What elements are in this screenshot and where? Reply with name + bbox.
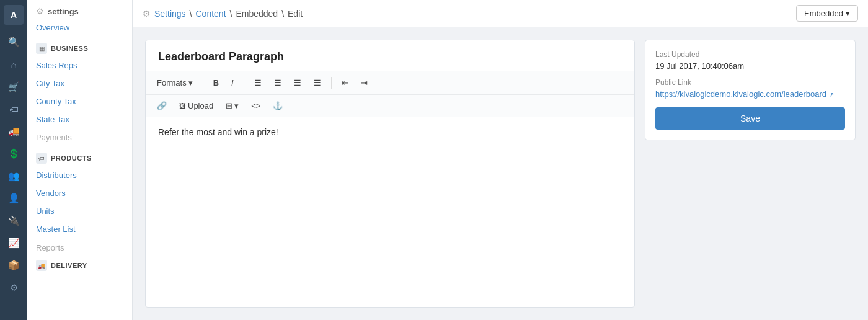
image-icon: 🖼 <box>179 102 186 110</box>
orders-nav-icon[interactable]: 🛒 <box>2 77 25 97</box>
sidebar-item-overview[interactable]: Overview <box>27 19 132 37</box>
users-nav-icon[interactable]: 👤 <box>2 189 25 208</box>
breadcrumb-content-link[interactable]: Content <box>195 9 226 19</box>
embedded-dropdown-button[interactable]: Embedded ▾ <box>796 5 858 22</box>
sidebar-item-master-list[interactable]: Master List <box>27 220 132 238</box>
products-section-header: 🏷 PRODUCTS <box>27 146 132 166</box>
editor-toolbar-row2: 🔗 🖼 Upload ⊞ ▾ <> ⚓ <box>146 95 634 117</box>
main-content: ⚙ Settings \ Content \ Embedded \ Edit E… <box>133 0 868 320</box>
reports-divider: Reports <box>27 238 132 254</box>
code-button[interactable]: <> <box>246 98 265 113</box>
embedded-btn-label: Embedded <box>804 9 843 18</box>
editor-panel: Leaderboard Paragraph Formats ▾ B I ☰ <box>145 40 635 308</box>
search-nav-icon[interactable]: 🔍 <box>2 32 25 52</box>
sidebar-item-distributers[interactable]: Distributers <box>27 166 132 184</box>
bold-button[interactable]: B <box>208 75 224 91</box>
toolbar-sep1 <box>203 77 203 89</box>
delivery-section-header: 🚚 DELIVERY <box>27 254 132 273</box>
editor-body-text: Refer the most and win a prize! <box>158 127 278 137</box>
delivery-section-title: DELIVERY <box>51 262 87 269</box>
delivery-nav-icon[interactable]: 📦 <box>2 256 25 275</box>
anchor-button[interactable]: ⚓ <box>268 98 288 113</box>
link-button[interactable]: 🔗 <box>152 98 172 113</box>
align-right-icon: ☰ <box>294 78 301 87</box>
sidebar-item-units[interactable]: Units <box>27 202 132 220</box>
last-updated-label: Last Updated <box>655 50 845 59</box>
align-right-button[interactable]: ☰ <box>289 75 306 91</box>
table-icon: ⊞ <box>226 101 232 110</box>
breadcrumb-sep1: \ <box>190 9 192 19</box>
breadcrumb-settings-link[interactable]: Settings <box>154 9 186 19</box>
toolbar-sep2 <box>244 77 244 89</box>
upload-button[interactable]: 🖼 Upload <box>174 98 218 113</box>
chevron-down-icon: ▾ <box>846 9 850 18</box>
formats-dropdown-button[interactable]: Formats ▾ <box>152 75 198 91</box>
breadcrumb-sep2: \ <box>230 9 232 19</box>
dollar-nav-icon[interactable]: 💲 <box>2 144 25 164</box>
home-nav-icon[interactable]: ⌂ <box>2 55 25 74</box>
italic-button[interactable]: I <box>226 75 239 91</box>
business-section-title: BUSINESS <box>51 45 88 52</box>
public-link-text: https://kivalogicdemo.kivalogic.com/lead… <box>655 89 826 99</box>
align-left-button[interactable]: ☰ <box>249 75 267 91</box>
sidebar-item-sales-reps[interactable]: Sales Reps <box>27 56 132 74</box>
topbar: ⚙ Settings \ Content \ Embedded \ Edit E… <box>133 0 868 27</box>
puzzle-nav-icon[interactable]: 🔌 <box>2 211 25 231</box>
external-link-icon: ↗ <box>829 91 834 98</box>
business-icon: ▦ <box>36 43 47 54</box>
page-area: Leaderboard Paragraph Formats ▾ B I ☰ <box>133 27 868 320</box>
icon-sidebar: A 🔍 ⌂ 🛒 🏷 🚚 💲 👥 👤 🔌 📈 📦 ⚙ <box>0 0 27 320</box>
truck-nav-icon[interactable]: 🚚 <box>2 122 25 141</box>
side-panel: Last Updated 19 Jul 2017, 10:40:06am Pub… <box>645 40 856 308</box>
align-justify-icon: ☰ <box>314 78 321 87</box>
editor-body[interactable]: Refer the most and win a prize! <box>146 117 634 307</box>
left-nav: ⚙ settings Overview ▦ BUSINESS Sales Rep… <box>27 0 133 320</box>
sidebar-item-state-tax[interactable]: State Tax <box>27 110 132 128</box>
sidebar-item-vendors[interactable]: Vendors <box>27 184 132 202</box>
sidebar-item-city-tax[interactable]: City Tax <box>27 74 132 92</box>
indent-right-icon: ⇥ <box>361 78 368 87</box>
sidebar-item-reports[interactable]: Reports <box>36 243 123 252</box>
italic-icon: I <box>231 78 234 87</box>
table-button[interactable]: ⊞ ▾ <box>221 98 244 113</box>
align-justify-button[interactable]: ☰ <box>309 75 326 91</box>
tag-nav-icon[interactable]: 🏷 <box>2 99 25 119</box>
breadcrumb-embedded: Embedded <box>236 9 278 19</box>
topbar-right: Embedded ▾ <box>796 5 858 22</box>
formats-label: Formats <box>157 78 187 87</box>
editor-toolbar: Formats ▾ B I ☰ ☰ ☰ <box>146 71 634 95</box>
sidebar-item-payments[interactable]: Payments <box>27 128 132 146</box>
editor-title: Leaderboard Paragraph <box>146 40 634 71</box>
settings-nav-icon[interactable]: ⚙ <box>2 278 25 298</box>
public-link[interactable]: https://kivalogicdemo.kivalogic.com/lead… <box>655 89 834 99</box>
toolbar-sep3 <box>331 77 332 89</box>
products-section-title: PRODUCTS <box>51 154 92 162</box>
settings-nav-label: settings <box>48 7 79 16</box>
save-button[interactable]: Save <box>655 107 845 130</box>
breadcrumb-gear-icon: ⚙ <box>143 9 151 19</box>
breadcrumb-sep3: \ <box>281 9 284 19</box>
link-icon: 🔗 <box>157 101 167 110</box>
breadcrumb-edit: Edit <box>288 9 303 19</box>
code-icon: <> <box>251 101 260 110</box>
public-link-container: https://kivalogicdemo.kivalogic.com/lead… <box>655 89 845 99</box>
indent-left-icon: ⇤ <box>342 78 348 87</box>
public-link-label: Public Link <box>655 78 845 87</box>
align-center-button[interactable]: ☰ <box>269 75 286 91</box>
info-card: Last Updated 19 Jul 2017, 10:40:06am Pub… <box>645 40 856 140</box>
delivery-icon: 🚚 <box>36 260 47 271</box>
last-updated-value: 19 Jul 2017, 10:40:06am <box>655 61 845 71</box>
business-section-header: ▦ BUSINESS <box>27 37 132 56</box>
bold-icon: B <box>213 78 219 87</box>
formats-arrow-icon: ▾ <box>188 78 193 87</box>
anchor-icon: ⚓ <box>273 101 283 110</box>
upload-label: Upload <box>188 101 213 110</box>
indent-left-button[interactable]: ⇤ <box>337 75 353 91</box>
settings-gear-icon: ⚙ <box>36 6 44 16</box>
people-nav-icon[interactable]: 👥 <box>2 166 25 186</box>
indent-right-button[interactable]: ⇥ <box>356 75 373 91</box>
chart-nav-icon[interactable]: 📈 <box>2 233 25 253</box>
sidebar-item-county-tax[interactable]: County Tax <box>27 92 132 110</box>
breadcrumb: ⚙ Settings \ Content \ Embedded \ Edit <box>143 9 303 19</box>
align-left-icon: ☰ <box>254 78 262 87</box>
